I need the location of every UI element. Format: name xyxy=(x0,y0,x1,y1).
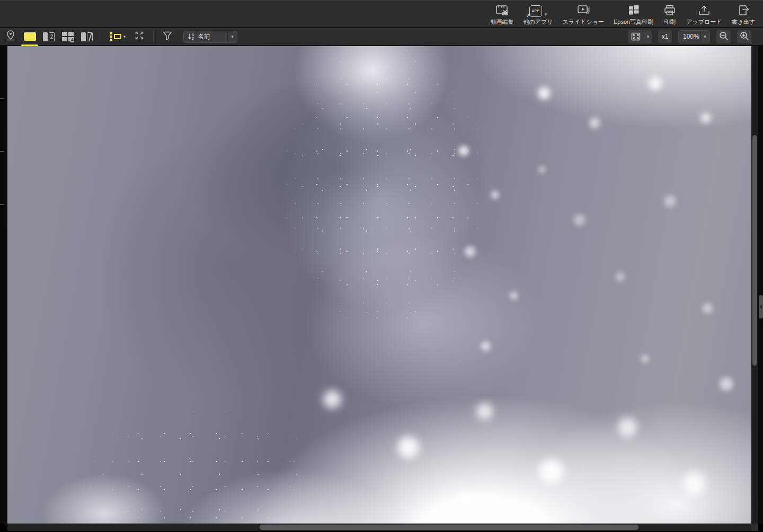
fit-to-screen-icon xyxy=(628,30,644,43)
expand-view-button[interactable] xyxy=(132,30,147,43)
chevron-down-icon: ▾ xyxy=(227,31,237,42)
zoom-in-icon xyxy=(739,31,750,43)
video-edit-button[interactable]: 動画編集 xyxy=(485,1,518,27)
single-view-icon xyxy=(24,32,36,41)
zoom-out-icon xyxy=(718,31,729,43)
compare-two-view-button[interactable]: 2 xyxy=(41,30,56,43)
photo-bokeh-layer xyxy=(275,323,751,524)
expand-icon xyxy=(134,30,145,43)
other-apps-label: 他のアプリ xyxy=(523,19,553,25)
export-label: 書き出す xyxy=(731,19,755,25)
horizontal-scrollbar[interactable] xyxy=(7,524,751,531)
app-window: 動画編集 APP↗ ▾ 他のアプリ スライドショー xyxy=(0,0,763,532)
epson-print-label: Epson写真印刷 xyxy=(614,19,653,25)
toolbar-separator xyxy=(153,31,154,42)
panel-notch xyxy=(0,98,4,99)
right-panel-strip xyxy=(758,46,763,524)
svg-text:A: A xyxy=(192,33,194,37)
other-apps-button[interactable]: APP↗ ▾ 他のアプリ xyxy=(518,1,557,27)
zoom-actual-size-button[interactable]: x1 xyxy=(658,30,672,43)
fit-to-screen-button[interactable]: ▾ xyxy=(628,30,652,43)
map-pin-icon xyxy=(5,29,16,44)
sort-dropdown[interactable]: A Z 名前 ▾ xyxy=(183,31,237,43)
zoom-actual-size-label: x1 xyxy=(662,33,669,40)
slideshow-button[interactable]: スライドショー xyxy=(557,1,609,27)
panel-notch xyxy=(0,151,4,152)
print-icon xyxy=(663,3,677,17)
zoom-level-dropdown[interactable]: 100% ▾ xyxy=(678,30,710,43)
epson-print-icon xyxy=(627,3,641,17)
toolbar-separator xyxy=(101,31,101,42)
compare-edit-view-button[interactable] xyxy=(79,30,94,43)
scrollbar-corner xyxy=(751,524,758,531)
zoom-level-value: 100% xyxy=(679,33,700,40)
chevron-down-icon: ▾ xyxy=(545,12,547,17)
chevron-down-icon: ▾ xyxy=(700,31,709,43)
panel-collapse-handle[interactable] xyxy=(759,295,763,318)
chevron-left-icon xyxy=(759,305,762,309)
panel-notch xyxy=(0,204,4,205)
vertical-scrollbar-thumb[interactable] xyxy=(752,135,757,366)
filter-icon xyxy=(162,30,173,43)
chevron-down-icon: ▾ xyxy=(123,34,126,39)
vertical-scrollbar[interactable] xyxy=(751,46,758,524)
upload-icon xyxy=(697,3,711,17)
upload-label: アップロード xyxy=(686,19,722,25)
map-view-button[interactable] xyxy=(3,30,18,43)
sort-dropdown-value: 名前 xyxy=(198,32,227,41)
photo-glitter-layer xyxy=(253,46,520,380)
upload-button[interactable]: アップロード xyxy=(681,1,726,27)
horizontal-scrollbar-thumb[interactable] xyxy=(260,525,638,530)
slideshow-label: スライドショー xyxy=(562,19,604,25)
filter-button[interactable] xyxy=(160,30,175,43)
compare-edit-icon xyxy=(81,32,93,41)
sort-ascending-icon: A Z xyxy=(188,33,195,40)
grid-four-icon: 4 xyxy=(62,32,74,41)
bottom-bar xyxy=(0,524,763,532)
print-label: 印刷 xyxy=(664,19,676,25)
compare-two-icon: 2 xyxy=(43,32,55,41)
export-button[interactable]: 書き出す xyxy=(726,1,760,27)
video-edit-icon xyxy=(495,3,509,17)
left-panel-strip[interactable] xyxy=(0,46,7,524)
workspace xyxy=(0,46,763,524)
top-toolbar: 動画編集 APP↗ ▾ 他のアプリ スライドショー xyxy=(0,0,763,28)
photo-canvas[interactable] xyxy=(7,46,751,524)
chevron-down-icon[interactable]: ▾ xyxy=(644,30,652,43)
view-toolbar: 2 4 xyxy=(0,28,763,46)
export-icon xyxy=(737,3,750,17)
zoom-in-button[interactable] xyxy=(737,30,751,43)
photo-bokeh-layer xyxy=(439,113,751,428)
video-edit-label: 動画編集 xyxy=(490,19,513,25)
print-button[interactable]: 印刷 xyxy=(658,1,681,27)
grid-four-view-button[interactable]: 4 xyxy=(60,30,75,43)
photo-glitter-layer xyxy=(82,400,349,524)
epson-print-button[interactable]: Epson写真印刷 xyxy=(609,1,658,27)
zoom-out-button[interactable] xyxy=(716,30,731,43)
filmstrip-layout-button[interactable]: ▾ xyxy=(108,30,128,43)
svg-text:Z: Z xyxy=(192,37,194,40)
single-view-button[interactable] xyxy=(22,30,37,43)
other-apps-icon: APP↗ ▾ xyxy=(529,3,547,17)
filmstrip-layout-icon xyxy=(110,32,121,41)
photo-bokeh-layer xyxy=(499,46,751,170)
slideshow-icon xyxy=(576,3,590,17)
